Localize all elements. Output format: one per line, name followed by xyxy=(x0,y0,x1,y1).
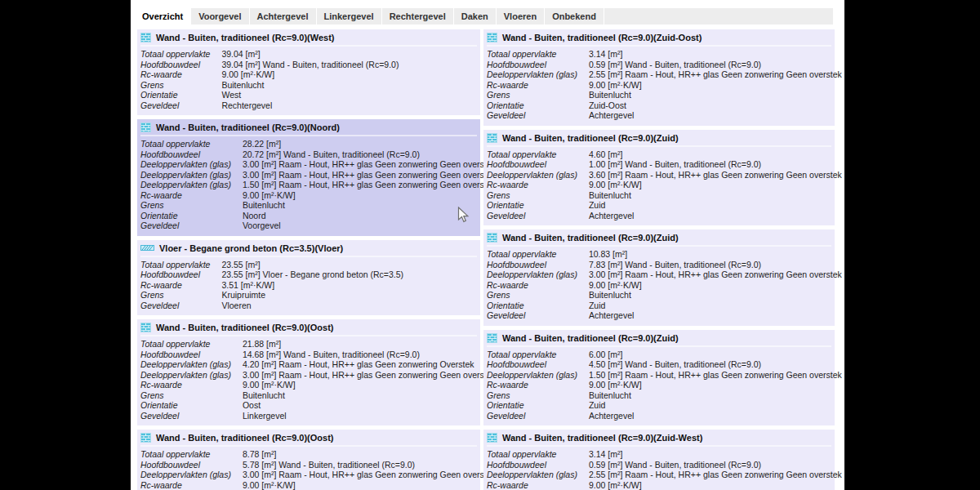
tab-onbekend[interactable]: Onbekend xyxy=(545,8,604,24)
property-label: Geveldeel xyxy=(487,411,589,421)
property-value: 3.60 [m²] Raam - Hout, HR++ glas Geen zo… xyxy=(589,170,842,180)
card-header: Vloer - Begane grond beton (Rc=3.5)(Vloe… xyxy=(140,243,477,257)
property-value: 9.00 [m²·K/W] xyxy=(589,180,842,190)
property-value: Achtergevel xyxy=(589,310,842,321)
property-label: Grens xyxy=(140,200,243,211)
property-row: Totaal oppervlakte4.60 [m²] xyxy=(487,149,842,160)
card-title: Wand - Buiten, traditioneel (Rc=9.0)(Wes… xyxy=(156,33,335,42)
property-table: Totaal oppervlakte6.00 [m²]Hoofdbouwdeel… xyxy=(487,350,842,421)
tab-linkergevel[interactable]: Linkergevel xyxy=(317,8,382,24)
property-row: GeveldeelVoorgevel xyxy=(140,220,496,231)
panel-card[interactable]: Wand - Buiten, traditioneel (Rc=9.0)(Zui… xyxy=(483,430,835,490)
property-value: Buitenlucht xyxy=(589,190,842,201)
property-label: Hoofdbouwdeel xyxy=(140,149,243,160)
wall-icon xyxy=(140,433,151,443)
property-value: 3.00 [m²] Raam - Hout, HR++ glas Geen zo… xyxy=(589,270,842,280)
property-row: Deeloppervlakten (glas)3.00 [m²] Raam - … xyxy=(140,370,496,381)
property-label: Orientatie xyxy=(140,400,243,411)
property-label: Hoofdbouwdeel xyxy=(140,460,243,470)
property-row: GrensBuitenlucht xyxy=(487,190,842,201)
tab-voorgevel[interactable]: Voorgevel xyxy=(191,8,249,24)
panel-card[interactable]: Wand - Buiten, traditioneel (Rc=9.0)(Zui… xyxy=(483,29,835,126)
property-row: Rc-waarde9.00 [m²·K/W] xyxy=(140,69,399,80)
property-label: Rc-waarde xyxy=(140,69,221,80)
wall-icon xyxy=(487,33,497,42)
property-value: 21.88 [m²] xyxy=(243,339,496,350)
property-row: Deeloppervlakten (glas)1.50 [m²] Raam - … xyxy=(140,180,496,190)
property-value: Zuid xyxy=(589,400,842,411)
property-label: Geveldeel xyxy=(140,220,243,231)
property-value: 3.00 [m²] Raam - Hout, HR++ glas Geen zo… xyxy=(243,470,496,480)
property-label: Hoofdbouwdeel xyxy=(487,359,589,370)
tab-daken[interactable]: Daken xyxy=(454,8,497,24)
property-value: 1.00 [m²] Wand - Buiten, traditioneel (R… xyxy=(589,159,842,170)
property-value: 20.72 [m²] Wand - Buiten, traditioneel (… xyxy=(243,149,496,160)
property-label: Totaal oppervlakte xyxy=(487,49,589,60)
property-label: Grens xyxy=(140,290,221,301)
panel-card-selected[interactable]: Wand - Buiten, traditioneel (Rc=9.0)(Noo… xyxy=(137,119,480,236)
property-row: Rc-waarde9.00 [m²·K/W] xyxy=(487,380,842,390)
card-title: Vloer - Begane grond beton (Rc=3.5)(Vloe… xyxy=(159,243,343,253)
panel-card[interactable]: Wand - Buiten, traditioneel (Rc=9.0)(Oos… xyxy=(137,430,480,490)
property-label: Totaal oppervlakte xyxy=(487,249,589,260)
tab-overzicht[interactable]: Overzicht xyxy=(135,8,191,24)
property-label: Rc-waarde xyxy=(487,180,589,190)
property-row: Hoofdbouwdeel7.83 [m²] Wand - Buiten, tr… xyxy=(487,260,842,270)
wall-icon xyxy=(140,33,151,42)
property-row: Deeloppervlakten (glas)3.00 [m²] Raam - … xyxy=(487,270,842,280)
wall-icon xyxy=(140,122,151,132)
tab-achtergevel[interactable]: Achtergevel xyxy=(250,8,317,24)
tab-rechtergevel[interactable]: Rechtergevel xyxy=(382,8,454,24)
property-row: Hoofdbouwdeel23.55 [m²] Vloer - Begane g… xyxy=(140,270,403,280)
wall-icon xyxy=(140,323,151,332)
property-row: Rc-waarde9.00 [m²·K/W] xyxy=(487,280,842,291)
panel-card[interactable]: Wand - Buiten, traditioneel (Rc=9.0)(Zui… xyxy=(483,130,835,226)
property-row: Rc-waarde9.00 [m²·K/W] xyxy=(487,180,842,190)
card-header: Wand - Buiten, traditioneel (Rc=9.0)(Zui… xyxy=(487,432,831,447)
property-value: 2.55 [m²] Raam - Hout, HR++ glas Geen zo… xyxy=(589,470,842,480)
property-row: Deeloppervlakten (glas)3.60 [m²] Raam - … xyxy=(487,170,842,180)
card-header: Wand - Buiten, traditioneel (Rc=9.0)(Zui… xyxy=(487,32,831,47)
property-label: Rc-waarde xyxy=(487,280,589,291)
panel-card[interactable]: Wand - Buiten, traditioneel (Rc=9.0)(Zui… xyxy=(483,330,835,426)
card-title: Wand - Buiten, traditioneel (Rc=9.0)(Zui… xyxy=(502,233,679,243)
property-row: Deeloppervlakten (glas)3.00 [m²] Raam - … xyxy=(140,170,496,180)
property-label: Orientatie xyxy=(487,301,589,311)
property-label: Geveldeel xyxy=(487,110,589,121)
property-value: 0.59 [m²] Wand - Buiten, traditioneel (R… xyxy=(589,460,842,470)
property-value: 9.00 [m²·K/W] xyxy=(243,480,496,490)
property-value: 9.00 [m²·K/W] xyxy=(589,480,842,490)
card-header: Wand - Buiten, traditioneel (Rc=9.0)(Oos… xyxy=(140,432,477,447)
property-row: OrientatieZuid xyxy=(487,400,842,411)
property-label: Deeloppervlakten (glas) xyxy=(487,69,589,80)
property-label: Hoofdbouwdeel xyxy=(487,159,589,170)
property-label: Geveldeel xyxy=(140,411,243,421)
property-row: Hoofdbouwdeel14.68 [m²] Wand - Buiten, t… xyxy=(140,350,496,360)
property-row: Deeloppervlakten (glas)3.00 [m²] Raam - … xyxy=(140,470,496,480)
property-value: 6.00 [m²] xyxy=(589,350,842,360)
wall-icon xyxy=(487,433,497,443)
property-row: Hoofdbouwdeel0.59 [m²] Wand - Buiten, tr… xyxy=(487,60,842,70)
property-value: 3.00 [m²] Raam - Hout, HR++ glas Geen zo… xyxy=(243,159,496,170)
property-row: Rc-waarde9.00 [m²·K/W] xyxy=(487,80,842,91)
property-label: Hoofdbouwdeel xyxy=(140,60,221,70)
panel-card[interactable]: Wand - Buiten, traditioneel (Rc=9.0)(Wes… xyxy=(137,29,480,115)
property-label: Grens xyxy=(487,90,589,100)
panel-card[interactable]: Wand - Buiten, traditioneel (Rc=9.0)(Zui… xyxy=(483,229,835,326)
property-label: Orientatie xyxy=(140,211,243,221)
property-row: GrensBuitenlucht xyxy=(487,90,842,100)
property-value: Kruipruimte xyxy=(221,290,403,301)
cards-column-right: Wand - Buiten, traditioneel (Rc=9.0)(Zui… xyxy=(483,29,835,490)
tab-vloeren[interactable]: Vloeren xyxy=(497,8,545,24)
panel-card[interactable]: Wand - Buiten, traditioneel (Rc=9.0)(Oos… xyxy=(137,319,480,425)
property-value: 9.00 [m²·K/W] xyxy=(243,190,496,201)
property-row: Deeloppervlakten (glas)1.50 [m²] Raam - … xyxy=(487,370,842,381)
property-value: 10.83 [m²] xyxy=(589,249,842,260)
panel-card[interactable]: Vloer - Begane grond beton (Rc=3.5)(Vloe… xyxy=(137,240,480,316)
card-title: Wand - Buiten, traditioneel (Rc=9.0)(Oos… xyxy=(156,323,333,332)
property-row: Totaal oppervlakte3.14 [m²] xyxy=(487,49,842,60)
card-title: Wand - Buiten, traditioneel (Rc=9.0)(Noo… xyxy=(156,122,340,132)
property-label: Totaal oppervlakte xyxy=(140,449,243,460)
property-value: Zuid xyxy=(589,200,842,211)
property-table: Totaal oppervlakte28.22 [m²]Hoofdbouwdee… xyxy=(140,139,496,231)
